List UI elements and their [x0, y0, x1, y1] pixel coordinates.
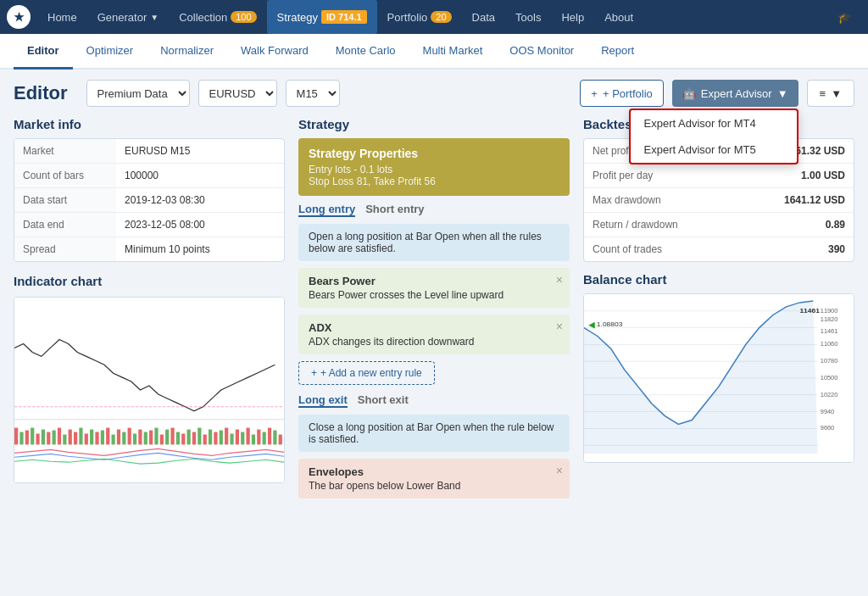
timeframe-select[interactable]: M15: [286, 80, 340, 107]
tab-walk-forward[interactable]: Walk Forward: [227, 34, 322, 70]
portfolio-badge: 20: [431, 11, 451, 23]
sub-navigation: Editor Optimizer Normalizer Walk Forward…: [0, 34, 868, 70]
svg-rect-41: [230, 434, 233, 445]
tab-editor[interactable]: Editor: [14, 34, 73, 70]
max-drawdown-row: Max drawdown 1641.12 USD: [584, 188, 854, 213]
svg-text:10220: 10220: [821, 392, 838, 398]
nav-portfolio[interactable]: Portfolio 20: [377, 0, 462, 34]
market-info-table: Market EURUSD M15 Count of bars 100000 D…: [14, 138, 285, 262]
count-trades-label: Count of trades: [593, 243, 662, 255]
count-bars-row: Count of bars 100000: [14, 164, 284, 188]
svg-rect-24: [138, 430, 142, 445]
balance-chart-title: Balance chart: [583, 272, 854, 287]
plus-icon: +: [591, 87, 598, 100]
nav-data[interactable]: Data: [462, 0, 505, 34]
svg-rect-16: [95, 432, 98, 445]
svg-rect-18: [106, 428, 109, 445]
ea-mt4-option[interactable]: Expert Advisor for MT4: [631, 110, 797, 136]
svg-text:11060: 11060: [821, 342, 838, 348]
tab-normalizer[interactable]: Normalizer: [147, 34, 227, 70]
data-start-label: Data start: [14, 188, 116, 212]
strategy-props-title: Strategy Properties: [309, 147, 559, 160]
return-drawdown-row: Return / drawdown 0.89: [584, 213, 854, 237]
tab-report[interactable]: Report: [587, 34, 648, 70]
nav-home[interactable]: Home: [37, 0, 87, 34]
svg-text:11900: 11900: [821, 308, 838, 315]
menu-button[interactable]: ≡ ▼: [807, 80, 854, 107]
svg-rect-7: [47, 432, 50, 445]
right-panel: Backtest output Net profit 1461.32 USD P…: [583, 117, 854, 505]
nav-generator[interactable]: Generator ▼: [87, 0, 169, 34]
svg-rect-3: [25, 431, 29, 445]
svg-rect-11: [69, 430, 72, 445]
svg-rect-34: [192, 432, 196, 445]
profit-per-day-label: Profit per day: [593, 170, 653, 181]
tab-oos-monitor[interactable]: OOS Monitor: [496, 34, 587, 70]
tab-short-exit[interactable]: Short exit: [358, 393, 409, 408]
nav-graduation-icon[interactable]: 🎓: [827, 0, 861, 34]
spread-row: Spread Minimum 10 points: [14, 237, 284, 261]
nav-about[interactable]: About: [594, 0, 643, 34]
svg-rect-5: [36, 434, 39, 445]
strategy-props-line1: Entry lots - 0.1 lots: [309, 164, 559, 175]
ea-mt5-option[interactable]: Expert Advisor for MT5: [631, 136, 797, 163]
indicator-chart-title: Indicator chart: [14, 274, 285, 288]
max-drawdown-label: Max drawdown: [593, 194, 661, 206]
max-drawdown-value: 1641.12 USD: [784, 194, 845, 206]
nav-collection[interactable]: Collection 100: [169, 0, 266, 34]
nav-strategy[interactable]: Strategy ID 714.1: [267, 0, 377, 34]
robot-icon: 🤖: [682, 87, 696, 100]
svg-text:11461: 11461: [821, 328, 838, 335]
editor-header: Editor Premium Data EURUSD M15 + + Portf…: [14, 80, 854, 107]
tab-long-exit[interactable]: Long exit: [298, 393, 348, 408]
svg-rect-46: [257, 430, 260, 445]
svg-rect-32: [181, 434, 185, 445]
data-source-select[interactable]: Premium Data: [86, 80, 190, 107]
portfolio-button[interactable]: + + Portfolio: [580, 80, 664, 107]
tab-long-entry[interactable]: Long entry: [298, 203, 355, 217]
add-entry-rule-button[interactable]: + + Add a new entry rule: [298, 361, 435, 385]
svg-text:1.08803: 1.08803: [597, 320, 623, 328]
svg-rect-36: [203, 435, 207, 445]
tab-monte-carlo[interactable]: Monte Carlo: [322, 34, 409, 70]
page-title: Editor: [14, 82, 68, 104]
bears-power-description: Bears Power crosses the Level line upwar…: [309, 289, 559, 301]
svg-text:9940: 9940: [821, 409, 834, 415]
tab-multi-market[interactable]: Multi Market: [409, 34, 497, 70]
top-navigation: ★ Home Generator ▼ Collection 100 Strate…: [0, 0, 868, 34]
data-end-row: Data end 2023-12-05 08:00: [14, 213, 284, 237]
svg-rect-17: [101, 431, 104, 445]
svg-rect-47: [263, 432, 266, 445]
data-start-value: 2019-12-03 08:30: [116, 188, 214, 212]
count-trades-value: 390: [828, 243, 845, 255]
svg-rect-50: [279, 435, 282, 445]
svg-rect-33: [187, 430, 191, 445]
strategy-id-badge: ID 714.1: [321, 10, 367, 24]
net-profit-label: Net profit: [593, 145, 634, 157]
expert-advisor-button[interactable]: 🤖 Expert Advisor ▼: [672, 80, 798, 107]
tab-optimizer[interactable]: Optimizer: [73, 34, 147, 70]
open-rule-box: Open a long position at Bar Open when al…: [298, 224, 570, 261]
adx-close[interactable]: ×: [556, 320, 563, 333]
count-bars-label: Count of bars: [14, 164, 116, 187]
bears-power-close[interactable]: ×: [556, 273, 563, 287]
strategy-panel: Strategy Strategy Properties Entry lots …: [298, 117, 570, 505]
app-logo[interactable]: ★: [7, 5, 31, 29]
svg-text:10780: 10780: [821, 358, 838, 365]
strategy-props-line2: Stop Loss 81, Take Profit 56: [309, 175, 559, 187]
adx-rule: ADX ADX changes its direction downward ×: [298, 315, 570, 354]
tab-short-entry[interactable]: Short entry: [365, 203, 424, 217]
collection-badge: 100: [231, 11, 256, 23]
envelopes-description: The bar opens below Lower Band: [309, 480, 559, 492]
svg-rect-9: [58, 428, 61, 445]
balance-chart-svg: 1.08803 11461 11900 11820 11461 11060 10…: [584, 294, 854, 462]
nav-help[interactable]: Help: [551, 0, 594, 34]
symbol-select[interactable]: EURUSD: [198, 80, 277, 107]
market-label: Market: [14, 139, 116, 163]
svg-rect-26: [149, 431, 153, 445]
svg-rect-22: [128, 428, 131, 445]
data-start-row: Data start 2019-12-03 08:30: [14, 188, 284, 213]
nav-tools[interactable]: Tools: [505, 0, 551, 34]
chevron-down-icon: ▼: [831, 87, 842, 100]
envelopes-close[interactable]: ×: [556, 464, 563, 477]
